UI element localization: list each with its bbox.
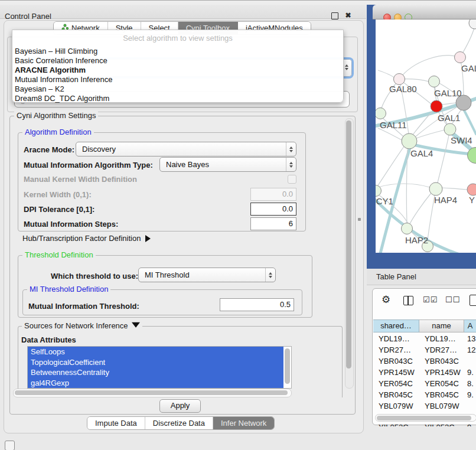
network-node-GAL10[interactable] xyxy=(429,76,440,87)
algorithm-combo-placeholder: Select algorithm to view settings xyxy=(12,34,343,43)
network-node-GAL[interactable] xyxy=(455,52,466,63)
split-columns-icon[interactable] xyxy=(403,296,413,305)
combo-stepper-icon xyxy=(265,268,275,282)
network-node-label: SWI4 xyxy=(451,135,472,145)
attribute-betweennesscentrality[interactable]: BetweennessCentrality xyxy=(28,367,283,378)
table-row[interactable]: YDL19…YDL19…13 xyxy=(373,333,476,344)
popup-item-aracne[interactable]: ARACNE Algorithm xyxy=(12,66,343,75)
aracne-mode-value: Discovery xyxy=(76,145,286,154)
data-attributes-label: Data Attributes xyxy=(21,335,76,344)
mi-threshold-label: Mutual Information Threshold: xyxy=(28,302,139,311)
column-header-name[interactable]: name xyxy=(419,319,464,332)
apply-button[interactable]: Apply xyxy=(159,399,201,413)
manual-kernel-width-checkbox[interactable] xyxy=(288,175,296,184)
settings-horizontal-scrollbar[interactable] xyxy=(13,389,292,397)
screen: Control Panel ✖ Network Style Select Cyn… xyxy=(0,0,476,450)
network-node-Y[interactable] xyxy=(467,184,476,195)
mi-threshold-group-title: MI Threshold Definition xyxy=(27,285,110,294)
attribute-gal4rgexp[interactable]: gal4RGexp xyxy=(28,378,283,389)
which-threshold-combo[interactable]: MI Threshold xyxy=(138,268,276,282)
network-node-label: GCY1 xyxy=(376,196,393,206)
deselect-all-columns-icon[interactable]: ☐☐ xyxy=(445,295,460,304)
settings-vscroll-thumb[interactable] xyxy=(346,120,351,369)
network-node-unlabeled[interactable] xyxy=(469,19,476,29)
control-panel-titlebar: Control Panel ✖ xyxy=(0,5,366,19)
network-node-SWI4[interactable] xyxy=(444,123,456,135)
network-node-GAL80[interactable] xyxy=(394,74,405,85)
mi-threshold-field[interactable]: 0.5 xyxy=(220,298,294,311)
network-view-canvas[interactable]: GALGAL80GAL10GAL1GAL11SWI4GAL4GCY1HAP4YH… xyxy=(376,19,476,253)
table-row[interactable]: YBR043CYBR043C xyxy=(373,356,476,367)
popup-item-basic-correlation[interactable]: Basic Correlation Inference xyxy=(12,56,343,66)
top-strip xyxy=(0,0,476,5)
table-row[interactable]: YDR27…YDR27…12 xyxy=(373,344,476,356)
network-node-HAP4[interactable] xyxy=(429,182,442,195)
algorithm-definition-title: Algorithm Definition xyxy=(22,128,94,136)
tab-impute-data[interactable]: Impute Data xyxy=(87,417,145,429)
network-node-GAL11[interactable] xyxy=(376,108,386,119)
table-horizontal-scrollbar[interactable] xyxy=(375,414,476,422)
column-header-shared[interactable]: shared… xyxy=(373,319,419,332)
network-svg: GALGAL80GAL10GAL1GAL11SWI4GAL4GCY1HAP4YH… xyxy=(376,19,476,253)
combo-stepper-icon xyxy=(286,158,296,171)
minimized-panel-icon[interactable] xyxy=(5,441,15,450)
attributes-vscroll-thumb[interactable] xyxy=(285,348,290,384)
network-node-label: HAP2 xyxy=(405,235,428,245)
table-row-partial[interactable]: YIL052CYIL052C9. xyxy=(373,422,476,426)
tab-discretize-data[interactable]: Discretize Data xyxy=(145,417,213,429)
table-row[interactable]: YBR045CYBR045C9. xyxy=(373,389,476,400)
mi-algorithm-type-value: Naive Bayes xyxy=(160,160,286,169)
table-row[interactable]: YER054CYER054C8. xyxy=(373,378,476,389)
table-row[interactable]: YPR145WYPR145W9. xyxy=(373,367,476,378)
column-header-partial[interactable]: A xyxy=(464,319,476,332)
popup-item-dream8[interactable]: Dream8 DC_TDC Algorithm xyxy=(12,94,343,103)
expand-arrow-icon xyxy=(145,235,151,242)
table-panel-window: ⚙ ☑☑ ☐☐ shared… name A YDL19…YDL19…13 YD… xyxy=(372,288,476,425)
network-node-GAL1[interactable] xyxy=(431,100,442,112)
network-node-label: GAL1 xyxy=(438,113,460,123)
attribute-selfloops[interactable]: SelfLoops xyxy=(28,347,283,357)
network-node-HAP2[interactable] xyxy=(402,223,413,234)
hub-definition-toggle[interactable]: Hub/Transcription Factor Definition xyxy=(22,234,151,243)
settings-hscroll-thumb[interactable] xyxy=(15,390,288,395)
table-panel-titlebar: Table Panel xyxy=(367,269,476,285)
control-panel-title: Control Panel xyxy=(5,12,51,21)
cyni-settings-group-title: Cyni Algorithm Settings xyxy=(14,111,98,120)
float-panel-icon[interactable] xyxy=(331,12,338,19)
popup-item-bayesian-hill-climbing[interactable]: Bayesian – Hill Climbing xyxy=(12,47,343,56)
mi-algorithm-type-label: Mutual Information Algorithm Type: xyxy=(24,161,153,169)
network-node-label: HAP4 xyxy=(434,195,457,205)
data-attributes-list[interactable]: SelfLoops TopologicalCoefficient Between… xyxy=(27,346,292,389)
network-window-titlebar[interactable] xyxy=(373,5,476,19)
mi-steps-label: Mutual Information Steps: xyxy=(24,220,118,229)
mi-steps-field[interactable]: 6 xyxy=(250,217,296,230)
which-threshold-value: MI Threshold xyxy=(139,270,265,279)
dpi-tolerance-label: DPI Tolerance [0,1]: xyxy=(24,205,94,214)
new-table-icon[interactable] xyxy=(470,295,476,306)
panel-resize-grip[interactable] xyxy=(358,218,361,221)
close-panel-icon[interactable]: ✖ xyxy=(344,12,352,19)
sources-group-title[interactable]: Sources for Network Inference xyxy=(22,321,142,330)
table-row[interactable]: YBL079WYBL079W xyxy=(373,400,476,412)
table-hscroll-thumb[interactable] xyxy=(377,416,471,420)
network-node-label: GAL10 xyxy=(434,88,462,98)
kernel-width-field[interactable]: 0.0 xyxy=(250,188,296,201)
kernel-width-label: Kernel Width (0,1): xyxy=(24,190,92,199)
tab-infer-network[interactable]: Infer Network xyxy=(213,417,274,429)
combo-stepper-icon xyxy=(286,142,296,156)
dpi-tolerance-field[interactable]: 0.0 xyxy=(250,203,296,216)
mi-algorithm-type-combo[interactable]: Naive Bayes xyxy=(159,157,296,172)
manual-kernel-width-label: Manual Kernel Width Definition xyxy=(24,175,137,184)
table-header-row: shared… name A xyxy=(373,319,476,332)
network-node-GAL4[interactable] xyxy=(402,133,417,149)
attribute-topologicalcoefficient[interactable]: TopologicalCoefficient xyxy=(28,357,283,368)
hub-definition-label: Hub/Transcription Factor Definition xyxy=(22,234,141,243)
threshold-definition-title: Threshold Definition xyxy=(22,250,96,259)
aracne-mode-combo[interactable]: Discovery xyxy=(76,142,296,156)
popup-item-bayesian-k2[interactable]: Bayesian – K2 xyxy=(12,84,343,94)
popup-item-mutual-information[interactable]: Mutual Information Inference xyxy=(12,75,343,84)
gear-icon[interactable]: ⚙ xyxy=(382,294,390,306)
select-all-columns-icon[interactable]: ☑☑ xyxy=(423,295,438,304)
table-panel-title: Table Panel xyxy=(376,272,416,281)
settings-vertical-scrollbar[interactable] xyxy=(345,118,354,389)
